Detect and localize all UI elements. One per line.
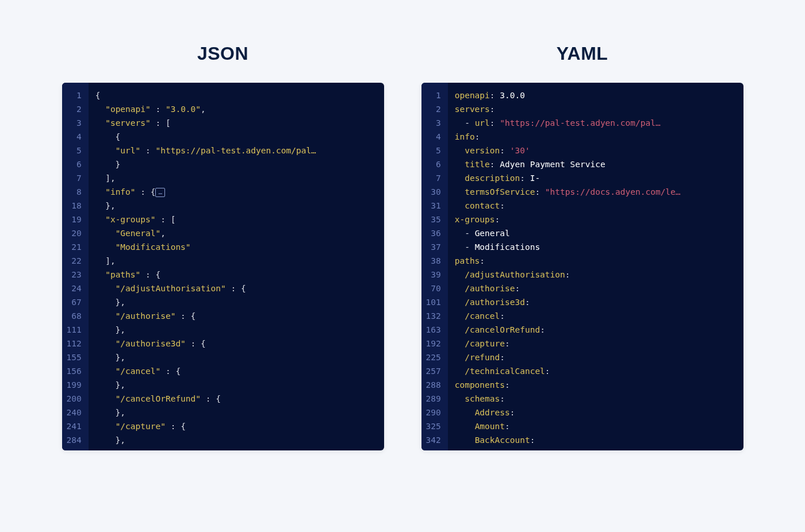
- code-line[interactable]: "Modifications": [95, 240, 375, 254]
- code-token: :: [515, 284, 520, 293]
- code-line[interactable]: },: [95, 295, 375, 309]
- code-token: :: [500, 201, 505, 210]
- line-number: 6: [426, 157, 442, 171]
- code-line[interactable]: ],: [95, 254, 375, 268]
- code-line[interactable]: openapi: 3.0.0: [455, 88, 734, 102]
- yaml-code-area[interactable]: openapi: 3.0.0servers: - url: "https://p…: [448, 83, 743, 450]
- code-line[interactable]: Address:: [455, 406, 734, 419]
- code-line[interactable]: },: [95, 323, 375, 337]
- code-token: [95, 187, 105, 196]
- code-line[interactable]: "info" : {…: [95, 185, 375, 199]
- code-token: [455, 449, 475, 450]
- code-line[interactable]: /authorise:: [455, 282, 734, 295]
- yaml-panel: YAML 12345673031353637383970101132163192…: [421, 43, 743, 498]
- code-token: },: [95, 408, 125, 417]
- code-line[interactable]: ],: [95, 171, 375, 185]
- code-token: :: [480, 256, 485, 265]
- line-number: 6: [67, 157, 83, 171]
- code-token: /adjustAuthorisation: [465, 270, 565, 279]
- code-token: [95, 284, 116, 293]
- line-number: 385: [426, 447, 442, 450]
- yaml-editor[interactable]: 1234567303135363738397010113216319222525…: [421, 83, 743, 450]
- code-line[interactable]: components:: [455, 378, 734, 392]
- code-token: },: [95, 380, 125, 390]
- code-token: [95, 229, 116, 238]
- code-token: [95, 394, 116, 403]
- code-token: [95, 311, 116, 321]
- code-line[interactable]: version: '30': [455, 144, 734, 157]
- code-line[interactable]: {: [95, 130, 375, 144]
- fold-indicator-icon[interactable]: …: [155, 188, 165, 197]
- json-panel: JSON 12345678181920212223246768111112155…: [62, 43, 384, 498]
- json-editor[interactable]: 1234567818192021222324676811111215515619…: [62, 83, 384, 450]
- code-line[interactable]: "paths" : {: [95, 268, 375, 282]
- code-line[interactable]: }: [95, 157, 375, 171]
- code-line[interactable]: "/refund" : {: [95, 447, 375, 450]
- code-line[interactable]: Amount:: [455, 419, 734, 433]
- code-token: :: [535, 187, 545, 196]
- code-line[interactable]: "/cancelOrRefund" : {: [95, 392, 375, 406]
- code-token: : [: [151, 118, 171, 128]
- code-line[interactable]: "/adjustAuthorisation" : {: [95, 282, 375, 295]
- code-line[interactable]: - General: [455, 226, 734, 240]
- code-line[interactable]: x-groups:: [455, 213, 734, 226]
- code-line[interactable]: },: [95, 350, 375, 364]
- code-token: "General": [116, 229, 161, 238]
- code-line[interactable]: servers:: [455, 102, 734, 116]
- code-line[interactable]: {: [95, 88, 375, 102]
- code-line[interactable]: "servers" : [: [95, 116, 375, 130]
- code-token: :: [500, 394, 505, 403]
- code-line[interactable]: schemas:: [455, 392, 734, 406]
- code-line[interactable]: "x-groups" : [: [95, 213, 375, 226]
- code-token: paths: [455, 256, 480, 265]
- line-number: 20: [67, 226, 83, 240]
- json-code-area[interactable]: { "openapi" : "3.0.0", "servers" : [ { "…: [89, 83, 384, 450]
- code-line[interactable]: "openapi" : "3.0.0",: [95, 102, 375, 116]
- code-line[interactable]: /capture:: [455, 337, 734, 350]
- code-line[interactable]: BrowserInfo:: [455, 447, 734, 450]
- code-line[interactable]: "General",: [95, 226, 375, 240]
- code-line[interactable]: /authorise3d:: [455, 295, 734, 309]
- code-token: /authorise3d: [465, 298, 525, 307]
- line-number: 67: [67, 295, 83, 309]
- line-number: 70: [426, 282, 442, 295]
- code-line[interactable]: /cancel:: [455, 309, 734, 323]
- code-line[interactable]: /cancelOrRefund:: [455, 323, 734, 337]
- code-line[interactable]: /refund:: [455, 350, 734, 364]
- code-line[interactable]: "url" : "https://pal-test.adyen.com/pal…: [95, 144, 375, 157]
- code-token: [95, 146, 116, 155]
- line-number: 199: [67, 378, 83, 392]
- code-token: "servers": [105, 118, 151, 128]
- code-line[interactable]: "/cancel" : {: [95, 364, 375, 378]
- line-number: 30: [426, 185, 442, 199]
- code-line[interactable]: },: [95, 406, 375, 419]
- code-line[interactable]: info:: [455, 130, 734, 144]
- code-line[interactable]: /technicalCancel:: [455, 364, 734, 378]
- code-line[interactable]: title: Adyen Payment Service: [455, 157, 734, 171]
- code-line[interactable]: - url: "https://pal-test.adyen.com/pal…: [455, 116, 734, 130]
- json-line-gutter: 1234567818192021222324676811111215515619…: [62, 83, 89, 450]
- code-line[interactable]: termsOfService: "https://docs.adyen.com/…: [455, 185, 734, 199]
- code-line[interactable]: "/capture" : {: [95, 419, 375, 433]
- code-line[interactable]: "/authorise" : {: [95, 309, 375, 323]
- code-line[interactable]: paths:: [455, 254, 734, 268]
- code-line[interactable]: /adjustAuthorisation:: [455, 268, 734, 282]
- json-panel-title: JSON: [62, 43, 384, 64]
- code-line[interactable]: },: [95, 199, 375, 213]
- code-token: [455, 146, 465, 155]
- code-token: :: [151, 105, 166, 114]
- code-token: [455, 408, 475, 417]
- code-line[interactable]: contact:: [455, 199, 734, 213]
- code-line[interactable]: "/authorise3d" : {: [95, 337, 375, 350]
- code-token: [455, 174, 465, 183]
- code-line[interactable]: - Modifications: [455, 240, 734, 254]
- code-line[interactable]: BackAccount:: [455, 433, 734, 447]
- code-token: :: [530, 435, 535, 445]
- code-token: "Modifications": [116, 242, 191, 252]
- code-line[interactable]: },: [95, 378, 375, 392]
- code-line[interactable]: description: I-: [455, 171, 734, 185]
- line-number: 2: [426, 102, 442, 116]
- code-line[interactable]: },: [95, 433, 375, 447]
- code-token: [455, 325, 465, 334]
- code-token: [95, 270, 105, 279]
